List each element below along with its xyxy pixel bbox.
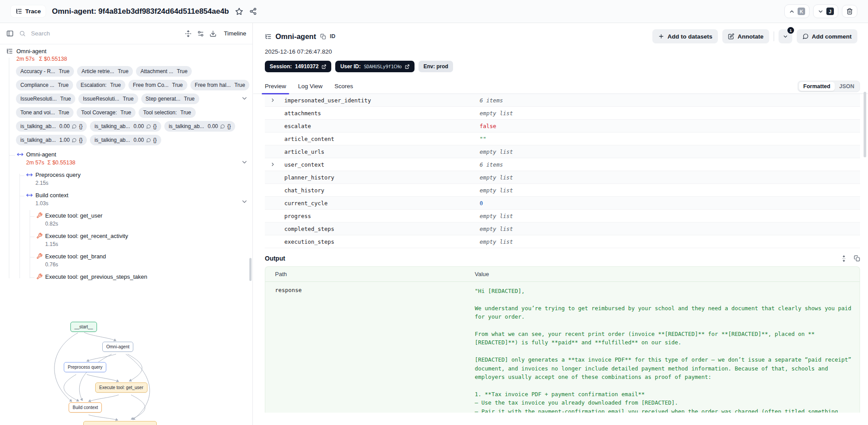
session-badge[interactable]: Session:14910372 bbox=[265, 61, 331, 72]
plus-icon bbox=[658, 33, 664, 39]
tab-log-view[interactable]: Log View bbox=[298, 79, 322, 94]
score-badge[interactable]: is_talking_ab...1.00{} bbox=[16, 135, 87, 145]
tree-item-span[interactable]: Omni-agent 2m 57s Σ $0.55138 bbox=[17, 151, 252, 166]
trace-timestamp: 2025-12-16 07:26:47.820 bbox=[265, 48, 868, 55]
settings-sliders-icon[interactable] bbox=[197, 30, 204, 37]
collapse-chevron-icon[interactable] bbox=[241, 198, 248, 205]
format-toggle: Formatted JSON bbox=[798, 81, 860, 92]
prev-trace-button[interactable]: K bbox=[784, 4, 810, 18]
span-arrows-icon bbox=[26, 192, 33, 199]
graph-node-execute-tool-get-user[interactable]: Execute tool: get_user bbox=[95, 382, 147, 393]
tree-item-metrics: 2m 57s Σ $0.55138 bbox=[16, 56, 252, 62]
chevron-up-icon bbox=[789, 8, 795, 15]
score-badge[interactable]: Accuracy - R...True bbox=[16, 66, 74, 77]
next-trace-button[interactable]: J bbox=[813, 4, 838, 18]
external-link-icon bbox=[405, 64, 410, 69]
search-icon bbox=[19, 30, 26, 37]
score-badge[interactable]: Tone and voi...True bbox=[16, 107, 74, 118]
tree-guide-stub bbox=[9, 155, 15, 156]
preview-row: planner_historyempty list bbox=[265, 171, 860, 184]
output-table: Path Value response "Hi [REDACTED], We u… bbox=[265, 266, 860, 413]
annotate-dropdown-button[interactable]: 1 bbox=[779, 29, 792, 43]
tree-item-tool[interactable]: Execute tool: get_brand 0.76s bbox=[36, 253, 252, 268]
score-badges: Accuracy - R...True Article retrie...Tru… bbox=[16, 66, 251, 145]
external-link-icon bbox=[322, 64, 326, 69]
tab-scores[interactable]: Scores bbox=[334, 79, 353, 94]
chevron-right-icon bbox=[270, 97, 284, 103]
graph-node-preprocess-query[interactable]: Preprocess query bbox=[64, 362, 106, 372]
top-bar: Trace Omni-agent: 9f4a81eb3df983f24d64d5… bbox=[0, 0, 868, 23]
output-path-header: Path bbox=[265, 271, 475, 277]
score-badge[interactable]: Compliance ...True bbox=[16, 80, 73, 90]
download-icon[interactable] bbox=[209, 30, 217, 37]
id-label[interactable]: ID bbox=[330, 33, 336, 39]
wrench-icon bbox=[36, 253, 43, 259]
annotate-button[interactable]: Annotate bbox=[722, 29, 769, 43]
preview-row[interactable]: impersonated_user_identity6 items bbox=[265, 94, 860, 107]
user-id-badge[interactable]: User ID:SDAHUSLy9f1CHo bbox=[335, 61, 415, 72]
score-badge[interactable]: Attachment ...True bbox=[136, 66, 192, 77]
sidebar-scrollbar[interactable] bbox=[249, 258, 252, 281]
score-badge[interactable]: Tool selection:True bbox=[139, 107, 195, 118]
list-tree-icon bbox=[6, 48, 13, 55]
score-badge[interactable]: Escalation:True bbox=[76, 80, 125, 90]
format-formatted[interactable]: Formatted bbox=[799, 82, 835, 91]
graph-node-build-context[interactable]: Build context bbox=[69, 402, 102, 413]
tree-item-root[interactable]: Omni-agent bbox=[6, 48, 252, 55]
collapse-chevron-icon[interactable] bbox=[241, 95, 248, 102]
format-json[interactable]: JSON bbox=[835, 82, 859, 91]
share-button[interactable] bbox=[249, 8, 257, 15]
copy-id-icon[interactable] bbox=[320, 34, 326, 39]
score-badge[interactable]: IssueResoluti...True bbox=[78, 94, 138, 104]
add-comment-button[interactable]: Add comment bbox=[797, 29, 857, 43]
preview-scrollbar[interactable] bbox=[864, 92, 866, 157]
unfold-all-icon[interactable] bbox=[185, 30, 192, 37]
collapse-chevron-icon[interactable] bbox=[241, 159, 248, 166]
tree-item-span[interactable]: Build context 1.03s bbox=[26, 192, 252, 207]
preview-row: completed_stepsempty list bbox=[265, 222, 860, 235]
kbd-shortcut: K bbox=[798, 8, 805, 15]
score-badge[interactable]: is_talking_ab...0.00{} bbox=[90, 121, 161, 132]
preview-row: attachmentsempty list bbox=[265, 107, 860, 120]
score-badge[interactable]: Step generat...True bbox=[141, 94, 199, 104]
comment-bubble-icon bbox=[146, 124, 151, 129]
tree-item-tool[interactable]: Execute tool: get_user 0.82s bbox=[36, 212, 252, 227]
add-to-datasets-button[interactable]: Add to datasets bbox=[652, 29, 718, 43]
comment-bubble-icon bbox=[72, 138, 77, 143]
pen-square-icon bbox=[728, 33, 734, 39]
environment-badge: Env: prod bbox=[418, 61, 453, 72]
copy-output-icon[interactable] bbox=[854, 255, 860, 262]
preview-row[interactable]: user_context6 items bbox=[265, 158, 860, 171]
preview-row: article_urlsempty list bbox=[265, 145, 860, 158]
expand-vertical-icon[interactable] bbox=[841, 255, 847, 262]
delete-trace-button[interactable] bbox=[842, 5, 857, 18]
score-badge[interactable]: Tool Coverage:True bbox=[77, 107, 136, 118]
score-badge[interactable]: Free from hal...True bbox=[190, 80, 250, 90]
tree-guide-stub bbox=[30, 277, 35, 278]
star-button[interactable] bbox=[235, 8, 243, 16]
preview-row: progressempty list bbox=[265, 210, 860, 222]
score-badge[interactable]: is_talking_ab...0.00{} bbox=[164, 121, 235, 132]
collapse-panel-icon[interactable] bbox=[6, 30, 14, 37]
output-row-key: response bbox=[265, 287, 475, 413]
score-badge[interactable]: IssueResoluti...True bbox=[16, 94, 75, 104]
output-row-value: "Hi [REDACTED], We understand you’re try… bbox=[475, 287, 860, 413]
search-input[interactable] bbox=[31, 30, 179, 37]
comment-bubble-icon bbox=[146, 138, 151, 143]
tab-preview[interactable]: Preview bbox=[265, 79, 286, 94]
tree-guide-line bbox=[9, 58, 9, 278]
output-value-header: Value bbox=[475, 271, 489, 277]
graph-node-omni-agent[interactable]: Omni-agent bbox=[102, 342, 133, 352]
score-badge[interactable]: is_talking_ab...0.00{} bbox=[90, 135, 161, 145]
score-badge[interactable]: Article retrie...True bbox=[77, 66, 133, 77]
score-badge[interactable]: is_talking_ab...0.00{} bbox=[16, 121, 87, 132]
score-badge[interactable]: Free from Co...True bbox=[128, 80, 187, 90]
graph-node-clipped[interactable] bbox=[83, 421, 157, 425]
trace-graph[interactable]: __start__ Omni-agent Preprocess query Ex… bbox=[0, 310, 252, 425]
tree-item-tool[interactable]: Execute tool: get_previous_steps_taken 1… bbox=[36, 273, 252, 282]
tree-item-tool[interactable]: Execute tool: get_recent_activity 1.15s bbox=[36, 233, 252, 247]
tree-item-span[interactable]: Preprocess query 2.15s bbox=[26, 172, 252, 186]
graph-node-start[interactable]: __start__ bbox=[70, 322, 97, 332]
tree-guide-line bbox=[19, 174, 20, 278]
timeline-toggle[interactable]: Timeline bbox=[224, 30, 246, 37]
